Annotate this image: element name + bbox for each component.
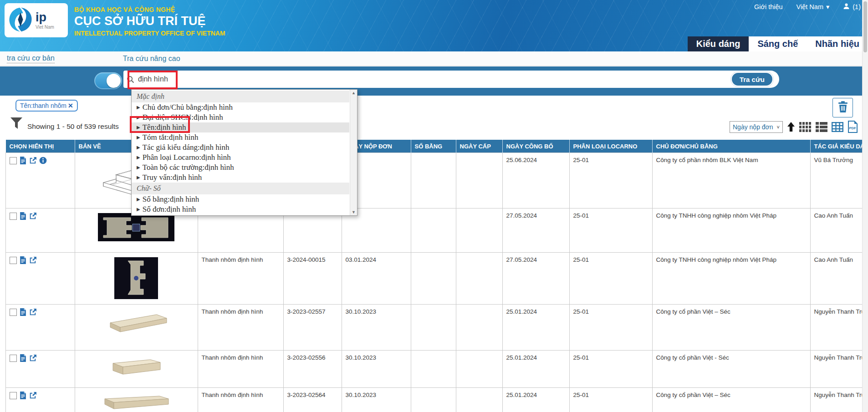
external-link-icon[interactable] <box>29 308 37 316</box>
search-mode-toggle[interactable] <box>94 72 122 89</box>
column-header[interactable]: PHÂN LOẠI LOCARNO <box>569 140 652 153</box>
user-icon <box>843 3 850 11</box>
cell-filing-date: 30.10.2023 <box>342 388 411 412</box>
external-link-icon[interactable] <box>29 392 37 399</box>
select-chevron-icon: ˅ <box>777 124 780 130</box>
bullet-icon: ▶ <box>137 105 140 110</box>
row-checkbox[interactable] <box>10 355 17 362</box>
page-scrollbar[interactable] <box>862 0 868 412</box>
language-label: Việt Nam <box>797 3 823 10</box>
design-drawing[interactable] <box>114 257 158 300</box>
row-checkbox[interactable] <box>10 213 17 220</box>
cell-owner: Công ty TNHH công nghiệp nhôm Việt Pháp <box>652 253 810 305</box>
row-checkbox[interactable] <box>10 392 17 399</box>
sort-direction-button[interactable] <box>787 122 795 132</box>
cell-name: Thanh nhôm định hình <box>198 253 283 305</box>
cell-publication-date: 25.06.2024 <box>502 153 569 209</box>
cell-locarno-class: 25-01 <box>569 153 652 209</box>
suggestion-item[interactable]: ▶Đại diện SHCN:định hình <box>132 112 349 122</box>
suggestion-item[interactable]: ▶Số đơn:định hình <box>132 204 349 214</box>
table-row: Thanh nhôm định hình3-2023-0256430.10.20… <box>6 388 868 412</box>
results-summary: Showing 1 - 50 of 539 results <box>27 122 119 131</box>
row-checkbox[interactable] <box>10 157 17 164</box>
main-tab[interactable]: Kiểu dáng <box>688 36 749 51</box>
cell-owner: Công ty TNHH công nghiệp nhôm Việt Pháp <box>652 209 810 253</box>
cell-application-number: 3-2023-02564 <box>283 388 342 412</box>
cell-author: Cao Anh Tuấn <box>810 253 868 305</box>
search-button[interactable]: Tra cứu <box>731 72 773 86</box>
cell-drawing <box>75 351 198 388</box>
view-controls: Ngày nộp đơn ˅ PDF <box>730 121 858 133</box>
language-selector[interactable]: Việt Nam ▾ <box>797 3 830 10</box>
suggestion-item[interactable]: ▶Phân loại Locarno:định hình <box>132 153 349 163</box>
scroll-up-icon[interactable]: ▲ <box>352 91 356 95</box>
external-link-icon[interactable] <box>29 212 37 220</box>
cell-application-number: 3-2023-02557 <box>283 305 342 351</box>
suggestion-item[interactable]: ▶Tên:định hình <box>132 122 349 132</box>
sort-field-select[interactable]: Ngày nộp đơn ˅ <box>730 121 783 133</box>
advanced-search-tab[interactable]: Tra cứu nâng cao <box>123 55 180 63</box>
suggestion-item[interactable]: ▶Toàn bộ các trường:định hình <box>132 163 349 173</box>
dropdown-scrollbar[interactable]: ▲ ▼ <box>350 90 357 215</box>
list-view-button[interactable] <box>816 122 827 132</box>
column-header[interactable]: CHỌN HIỂN THỊ <box>6 140 75 153</box>
cell-drawing <box>75 253 198 305</box>
info-icon[interactable] <box>39 157 47 164</box>
bullet-icon: ▶ <box>137 155 140 160</box>
cell-filing-date: 30.10.2023 <box>342 351 411 388</box>
bullet-icon: ▶ <box>137 165 140 170</box>
bullet-icon: ▶ <box>137 115 140 120</box>
suggestion-item[interactable]: ▶Tác giả kiểu dáng:định hình <box>132 142 349 153</box>
suggestion-item[interactable]: ▶Truy vấn:định hình <box>132 173 349 183</box>
row-checkbox[interactable] <box>10 309 17 316</box>
column-header[interactable]: TÁC GIẢ KIỂU DÁNG <box>810 140 868 153</box>
column-header[interactable]: CHỦ ĐƠN/CHỦ BẰNG <box>652 140 810 153</box>
results-toolbar: Tên:thanh nhôm ✕ Showing 1 - 50 of 539 r… <box>0 96 868 140</box>
cell-actions <box>6 305 75 351</box>
external-link-icon[interactable] <box>29 157 37 164</box>
remove-filter-icon[interactable]: ✕ <box>68 102 73 109</box>
row-checkbox[interactable] <box>10 257 17 264</box>
design-drawing[interactable] <box>102 309 170 337</box>
design-drawing[interactable] <box>98 213 174 243</box>
scrollbar-thumb[interactable] <box>863 1 867 52</box>
suggestion-item[interactable]: ▶Chủ đơn/Chủ bằng:định hình <box>132 102 349 112</box>
export-pdf-button[interactable]: PDF <box>848 121 858 133</box>
cell-grant-date <box>456 209 502 253</box>
external-link-icon[interactable] <box>29 256 37 264</box>
search-input[interactable]: định hình <box>138 75 168 83</box>
office-name-english: INTELLECTUAL PROPERTY OFFICE OF VIETNAM <box>74 30 225 37</box>
cell-actions <box>6 388 75 412</box>
logo[interactable]: ip Viet Nam <box>5 3 68 37</box>
search-bar: định hình Tra cứu <box>123 71 779 88</box>
document-icon[interactable] <box>19 256 27 264</box>
office-name: CỤC SỞ HỮU TRÍ TUỆ <box>74 14 225 28</box>
cell-grant-date <box>456 305 502 351</box>
document-icon[interactable] <box>19 354 27 362</box>
column-header[interactable]: NGÀY CẤP <box>456 140 502 153</box>
table-view-button[interactable] <box>832 122 843 132</box>
document-icon[interactable] <box>19 212 27 220</box>
document-icon[interactable] <box>19 157 27 164</box>
design-drawing[interactable] <box>107 355 166 379</box>
column-header[interactable]: NGÀY CÔNG BỐ <box>502 140 569 153</box>
basic-search-tab[interactable]: tra cứu cơ bản <box>7 54 55 63</box>
cell-patent-number <box>411 209 456 253</box>
cell-owner: Công ty cổ phần Việt – Séc <box>652 388 810 412</box>
user-account[interactable]: (1) <box>843 3 861 11</box>
intro-link[interactable]: Giới thiệu <box>754 3 783 10</box>
column-header[interactable]: SỐ BẰNG <box>411 140 456 153</box>
external-link-icon[interactable] <box>29 354 37 362</box>
main-tab[interactable]: Nhãn hiệu <box>807 36 868 51</box>
document-icon[interactable] <box>19 392 27 399</box>
active-filter-tag[interactable]: Tên:thanh nhôm ✕ <box>15 100 78 112</box>
design-drawing[interactable] <box>100 392 172 412</box>
document-icon[interactable] <box>19 308 27 316</box>
grid-view-button[interactable] <box>799 122 812 132</box>
scroll-down-icon[interactable]: ▼ <box>352 210 356 214</box>
clear-filters-button[interactable] <box>832 98 853 117</box>
suggestion-item[interactable]: ▶Tóm tắt:định hình <box>132 132 349 142</box>
cell-filing-date: 30.10.2023 <box>342 305 411 351</box>
suggestion-item[interactable]: ▶Số bằng:định hình <box>132 194 349 204</box>
main-tab[interactable]: Sáng chế <box>749 36 807 51</box>
